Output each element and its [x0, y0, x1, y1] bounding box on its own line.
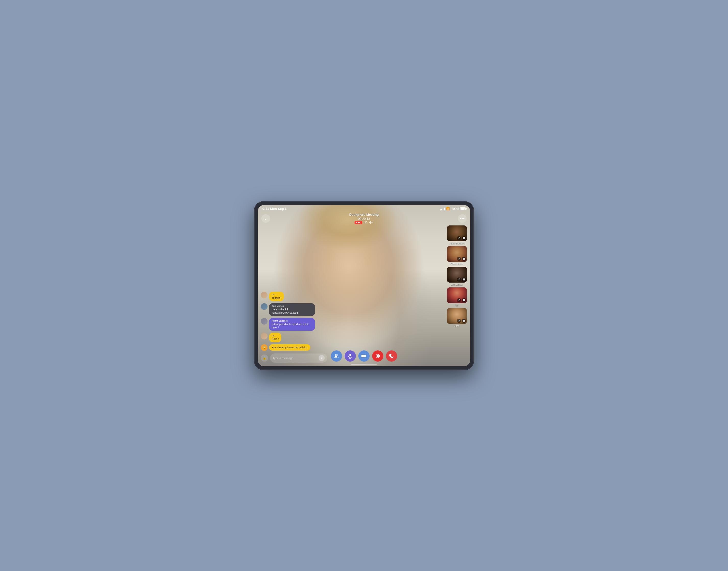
svg-point-6 [377, 355, 379, 357]
chat-text-5: You started private chat with Lo. [272, 346, 308, 349]
chat-avatar-lo-1 [261, 292, 268, 299]
wifi-icon: 📶 [446, 207, 450, 210]
chat-message-5: 🔒 You started private chat with Lo. [261, 344, 322, 351]
lock-button[interactable]: 🔒 [261, 354, 268, 362]
participant-tile-lo[interactable]: 🎤 ⬜ Lo [447, 288, 467, 307]
chat-bubble-1: Lo Thanks ! [269, 292, 284, 301]
chat-avatar-lo-2 [261, 333, 268, 339]
microphone-icon [348, 353, 353, 359]
status-time: 9:41 [262, 207, 269, 211]
participants-button[interactable] [331, 350, 342, 362]
meeting-badges: REC HD 4 [355, 221, 374, 224]
more-button[interactable]: ••• [458, 214, 467, 223]
participants-icon [334, 353, 339, 359]
end-call-icon [389, 353, 394, 359]
participants-count: 4 [372, 221, 374, 224]
dots-icon: ••• [460, 216, 465, 221]
participant-icons-lo: 🎤 ⬜ [457, 298, 466, 302]
record-button[interactable] [372, 350, 383, 362]
participant-name-jane: Jane [454, 325, 459, 327]
chat-text-4: Hello ! [272, 337, 279, 341]
send-button[interactable]: ► [318, 355, 325, 361]
chat-sender-4: Lo [272, 334, 279, 337]
battery-container: 100% [451, 207, 466, 211]
ipad-screen: 9:41 Mon Sep 6 📶 100% [258, 205, 470, 366]
svg-point-1 [337, 354, 339, 355]
camera-icon [361, 353, 367, 359]
chat-message-1: Lo Thanks ! [261, 292, 322, 301]
participant-tile-elena[interactable]: 🎤 ⬜ Elena Maria [447, 246, 467, 265]
message-input-row: 🔒 ► [261, 353, 327, 363]
participant-video-lo: 🎤 ⬜ [447, 288, 467, 303]
participant-tile-eric[interactable]: 🎤 ⬜ Eric Monck [447, 267, 467, 286]
participant-tile-adam[interactable]: 🎤 ⬜ Adam Sanders [447, 225, 467, 245]
chat-text-1: Thanks ! [272, 296, 281, 300]
battery-fill [460, 208, 465, 210]
chat-message-2: Eric Monck Here is the link https://link… [261, 303, 322, 316]
chat-message-4: Lo Hello ! [261, 333, 322, 342]
camera-button[interactable] [358, 350, 370, 362]
participant-name-adam: Adam Sanders [449, 242, 465, 245]
participants-badge: 4 [369, 221, 374, 224]
signal-bars-icon [440, 207, 445, 210]
participant-video-adam: 🎤 ⬜ [447, 225, 467, 241]
message-input[interactable] [273, 356, 317, 360]
participant-icons-eric: 🎤 ⬜ [457, 277, 466, 281]
chat-message-3: Adam Sanders Is that possible to send me… [261, 318, 322, 331]
end-call-button[interactable] [386, 350, 397, 362]
back-button[interactable]: ⌄ [261, 214, 270, 223]
participant-name-elena: Elena Maria [451, 263, 463, 265]
control-bar [331, 350, 397, 362]
screen-icon-jane: ⬜ [462, 319, 466, 323]
mic-icon-eric: 🎤 [457, 277, 461, 281]
home-indicator [351, 364, 377, 365]
chat-sender-1: Lo [272, 293, 281, 296]
screen-icon-elena: ⬜ [462, 257, 466, 261]
status-right: 📶 100% [440, 207, 466, 211]
chat-bubble-3: Adam Sanders Is that possible to send me… [269, 318, 315, 331]
participant-video-eric: 🎤 ⬜ [447, 267, 467, 282]
mic-icon-jane: 🎤 [457, 319, 461, 323]
participant-name-eric: Eric Monck [451, 283, 463, 286]
status-date: Mon Sep 6 [270, 207, 287, 211]
participant-icons-adam: 🎤 ⬜ [457, 236, 466, 240]
participants-sidebar: 🎤 ⬜ Adam Sanders 🎤 ⬜ Elena Maria [447, 225, 467, 327]
status-bar: 9:41 Mon Sep 6 📶 100% [258, 205, 470, 213]
screen-icon-eric: ⬜ [462, 277, 466, 281]
participant-tile-jane[interactable]: 🎤 ⬜ Jane [447, 308, 467, 327]
participant-video-elena: 🎤 ⬜ [447, 246, 467, 262]
chevron-down-icon: ⌄ [264, 217, 267, 221]
chat-sender-3: Adam Sanders [272, 320, 312, 322]
mic-icon-elena: 🎤 [457, 257, 461, 261]
participant-icons-jane: 🎤 ⬜ [457, 319, 466, 323]
screen-icon-lo: ⬜ [462, 298, 466, 302]
chat-text-3: Is that possible to send me a link here … [272, 323, 312, 329]
ipad-frame: 9:41 Mon Sep 6 📶 100% [254, 202, 474, 370]
chat-sender-2: Eric Monck [272, 305, 312, 307]
record-icon [375, 353, 380, 359]
svg-rect-2 [350, 354, 351, 356]
meeting-timer: 00:20:18 [358, 217, 370, 221]
chat-panel: Lo Thanks ! Eric Monck Here is the link … [261, 292, 322, 351]
screen-icon-adam: ⬜ [462, 236, 466, 240]
chat-avatar-eric [261, 303, 268, 310]
meeting-info: Designers Meeting 00:20:18 REC HD 4 [349, 213, 379, 224]
chat-avatar-adam [261, 318, 268, 325]
mic-button[interactable] [345, 350, 356, 362]
meeting-title: Designers Meeting [349, 213, 379, 217]
message-input-wrapper: ► [270, 353, 327, 363]
chat-bubble-4: Lo Hello ! [269, 333, 281, 342]
send-icon: ► [321, 356, 323, 359]
chat-bubble-2: Eric Monck Here is the link https://link… [269, 303, 315, 316]
mic-icon-lo: 🎤 [457, 298, 461, 302]
participant-video-jane: 🎤 ⬜ [447, 308, 467, 324]
participant-name-lo: Lo [456, 304, 458, 307]
svg-point-0 [335, 354, 337, 356]
rec-badge: REC [355, 221, 362, 224]
mic-icon-adam: 🎤 [457, 236, 461, 240]
battery-icon [460, 207, 466, 210]
battery-pct: 100% [451, 207, 459, 211]
participant-icons-elena: 🎤 ⬜ [457, 257, 466, 261]
chat-avatar-system: 🔒 [261, 344, 268, 351]
mic-small-icon [369, 221, 372, 224]
